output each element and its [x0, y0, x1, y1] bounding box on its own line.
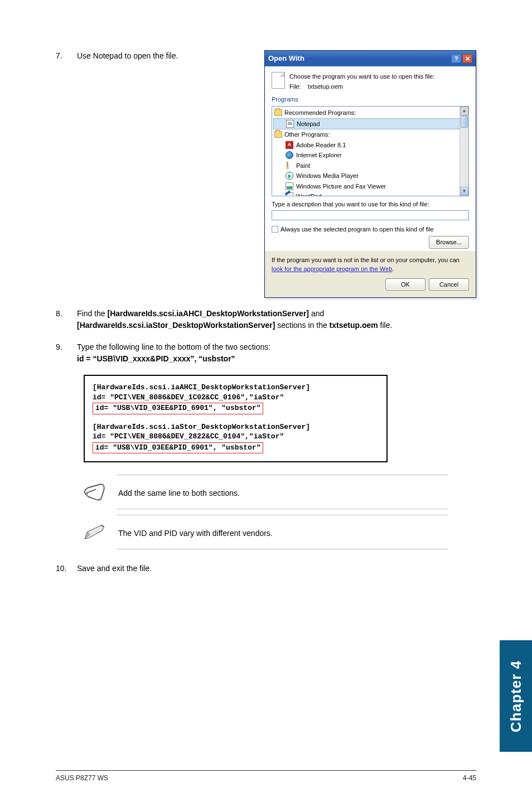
always-use-checkbox[interactable]: [272, 226, 278, 233]
list-item-wmp[interactable]: Windows Media Player: [273, 171, 467, 181]
open-with-dialog: Open With ? ✕ Choose the program you wan…: [264, 50, 476, 298]
list-item-label: Windows Media Player: [296, 171, 359, 181]
list-item-notepad[interactable]: Notepad: [273, 118, 467, 130]
scrollbar[interactable]: ▲ ▼: [460, 107, 468, 196]
note-text: Add the same line to both sections.: [118, 484, 476, 502]
list-item-label: Windows Picture and Fax Viewer: [296, 182, 386, 191]
wordpad-icon: [286, 192, 293, 196]
close-button[interactable]: ✕: [462, 54, 472, 63]
list-item-fax[interactable]: Windows Picture and Fax Viewer: [273, 181, 467, 192]
description-label: Type a description that you want to use …: [272, 200, 469, 209]
file-label: File:: [289, 83, 301, 90]
list-item-label: WordPad: [296, 192, 322, 196]
note-text: The VID and PID vary with different vend…: [118, 524, 476, 542]
list-item-ie[interactable]: Internet Explorer: [273, 150, 467, 161]
scroll-down-icon[interactable]: ▼: [460, 187, 468, 196]
list-item-label: Internet Explorer: [296, 151, 341, 160]
text-line: Type the following line to the bottom of…: [77, 341, 476, 353]
paperclip-icon: [81, 481, 108, 505]
divider: [117, 515, 448, 515]
programs-label: Programs: [272, 95, 469, 104]
footer-left: ASUS P8Z77 WS: [56, 774, 108, 782]
scroll-thumb[interactable]: [461, 115, 468, 128]
step-number: 9.: [56, 341, 77, 365]
step-text: Save and exit the file.: [77, 563, 476, 574]
dialog-titlebar[interactable]: Open With ? ✕: [265, 51, 476, 66]
pencil-icon: [81, 521, 108, 545]
step-number: 7.: [56, 50, 77, 298]
ie-icon: [286, 151, 293, 159]
prompt-text: Choose the program you want to use to op…: [289, 72, 435, 81]
step-text: Find the [HardwareIds.scsi.iaAHCI_Deskto…: [77, 308, 476, 331]
code-highlight: id= "USB\VID_03EE&PID_6901", "usbstor": [93, 403, 263, 414]
list-item-label: Notepad: [297, 119, 320, 129]
divider: [117, 549, 448, 549]
description-input[interactable]: [272, 210, 469, 220]
divider: [117, 475, 448, 475]
code-line: id= "PCI\VEN_8086&DEV_1C02&CC_0106","iaS…: [93, 393, 379, 403]
code-highlight: id= "USB\VID_03EE&PID_6901", "usbstor": [93, 442, 263, 454]
note-prefix: If the program you want is not in the li…: [272, 257, 460, 263]
text-bold: id = “USB\VID_xxxx&PID_xxxx”, “usbstor”: [77, 353, 476, 365]
browse-button[interactable]: Browse...: [429, 236, 469, 249]
list-item-wordpad[interactable]: WordPad: [273, 191, 467, 196]
list-item-paint[interactable]: Paint: [273, 161, 467, 171]
footer-right: 4-45: [463, 774, 476, 782]
notepad-icon: [286, 120, 294, 128]
folder-icon: [274, 131, 282, 138]
checkbox-label: Always use the selected program to open …: [280, 225, 434, 234]
adobe-icon: A: [286, 141, 293, 149]
file-name: txtsetup.oem: [308, 83, 343, 90]
text-span: file.: [378, 321, 393, 330]
cancel-button[interactable]: Cancel: [429, 278, 469, 291]
folder-icon: [274, 109, 282, 116]
web-lookup-link[interactable]: look for the appropriate program on the …: [272, 265, 392, 272]
help-button[interactable]: ?: [451, 54, 461, 63]
step-number: 10.: [56, 563, 77, 574]
chapter-label: Chapter 4: [507, 660, 525, 732]
step-text: Use Notepad to open the file.: [77, 50, 231, 62]
text-span: and: [309, 309, 324, 318]
ok-button[interactable]: OK: [385, 278, 425, 291]
paint-icon: [286, 162, 293, 170]
group-other: Other Programs:: [284, 130, 330, 139]
picture-viewer-icon: [286, 182, 293, 190]
note-suffix: .: [392, 265, 394, 272]
code-line: [HardwareIds.scsi.iaAHCI_DesktopWorkstat…: [93, 383, 379, 393]
code-line: id= "PCI\VEN_8086&DEV_2822&CC_0104","iaS…: [93, 432, 379, 442]
group-recommended: Recommended Programs:: [284, 108, 356, 118]
dialog-title: Open With: [268, 53, 304, 64]
text-bold: [HardwareIds.scsi.iaAHCI_DesktopWorkstat…: [107, 309, 309, 318]
chapter-tab: Chapter 4: [500, 640, 532, 752]
text-bold: txtsetup.oem: [330, 321, 378, 330]
code-block: [HardwareIds.scsi.iaAHCI_DesktopWorkstat…: [84, 375, 388, 462]
file-icon: [272, 72, 285, 89]
step-number: 8.: [56, 308, 77, 331]
page-footer: ASUS P8Z77 WS 4-45: [56, 770, 476, 782]
scroll-up-icon[interactable]: ▲: [460, 107, 468, 115]
text-bold: [HardwareIds.scsi.iaStor_DesktopWorkstat…: [77, 321, 275, 330]
program-list[interactable]: Recommended Programs: Notepad Other Prog…: [272, 106, 469, 196]
text-span: sections in the: [275, 321, 329, 330]
list-item-label: Adobe Reader 8.1: [296, 141, 346, 150]
text-span: Find the: [77, 309, 107, 318]
divider: [117, 509, 448, 509]
list-item-adobe[interactable]: A Adobe Reader 8.1: [273, 140, 467, 151]
list-item-label: Paint: [296, 161, 310, 171]
wmp-icon: [286, 172, 293, 180]
step-text: Type the following line to the bottom of…: [77, 341, 476, 365]
code-line: [HardwareIds.scsi.iaStor_DesktopWorkstat…: [93, 422, 379, 432]
